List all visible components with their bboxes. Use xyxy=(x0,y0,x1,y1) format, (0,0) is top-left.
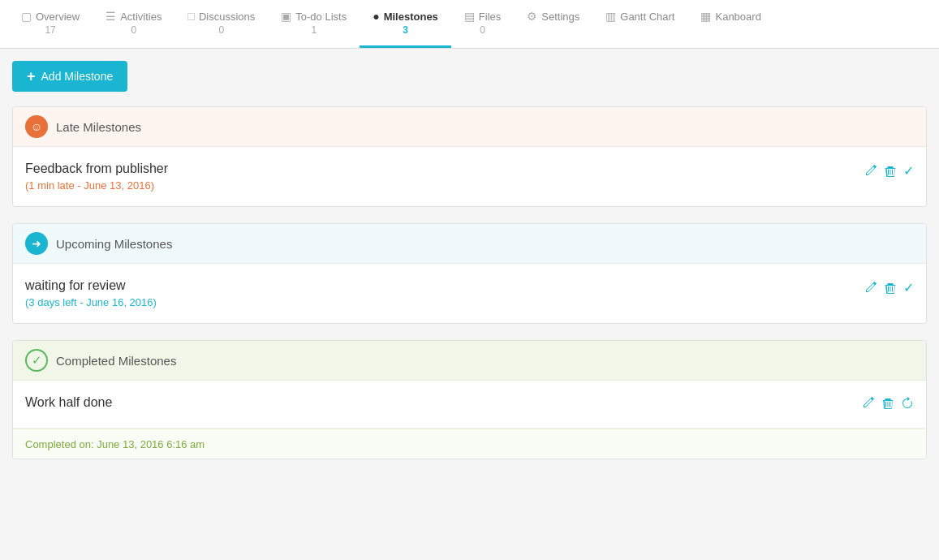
upcoming-section-title: Upcoming Milestones xyxy=(56,237,172,251)
delete-completed-milestone-button[interactable] xyxy=(881,397,894,410)
chat-icon: □ xyxy=(187,10,194,23)
late-milestones-section: ☺ Late Milestones Feedback from publishe… xyxy=(12,106,927,207)
todo-icon: ▣ xyxy=(281,10,291,23)
tab-files[interactable]: ▤ Files 0 xyxy=(451,0,514,48)
completed-milestone-actions xyxy=(862,395,914,410)
kanboard-icon: ▦ xyxy=(700,10,711,23)
reopen-completed-milestone-button[interactable] xyxy=(901,397,914,410)
tab-kanboard[interactable]: ▦ Kanboard xyxy=(687,0,773,48)
tab-settings[interactable]: ⚙ Settings xyxy=(514,0,592,48)
tab-discussions-label: Discussions xyxy=(199,11,255,23)
completed-milestone-title: Work half done xyxy=(25,395,862,410)
tab-overview-count: 17 xyxy=(45,24,55,36)
late-section-header: ☺ Late Milestones xyxy=(13,107,926,147)
late-section-title: Late Milestones xyxy=(56,120,141,134)
upcoming-milestone-info: waiting for review (3 days left - June 1… xyxy=(25,278,864,308)
tab-overview-label: Overview xyxy=(36,11,80,23)
edit-upcoming-milestone-button[interactable] xyxy=(864,282,877,295)
main-content: + Add Milestone ☺ Late Milestones Feedba… xyxy=(0,49,939,488)
late-milestone-item: Feedback from publisher (1 min late - Ju… xyxy=(13,147,926,206)
delete-upcoming-milestone-button[interactable] xyxy=(884,282,897,295)
add-milestone-button[interactable]: + Add Milestone xyxy=(12,61,127,92)
upcoming-milestone-title: waiting for review xyxy=(25,278,864,293)
tab-gantt-chart-label: Gantt Chart xyxy=(620,11,674,23)
upcoming-milestone-actions: ✓ xyxy=(864,278,914,295)
upcoming-icon: ➜ xyxy=(25,232,48,255)
tab-files-label: Files xyxy=(479,11,501,23)
completed-milestones-section: ✓ Completed Milestones Work half done Co… xyxy=(12,340,927,459)
activity-icon: ☰ xyxy=(106,10,116,23)
completed-section-title: Completed Milestones xyxy=(56,354,176,368)
late-icon: ☺ xyxy=(25,115,48,138)
tab-milestones-label: Milestones xyxy=(384,11,438,23)
completed-footer: Completed on: June 13, 2016 6:16 am xyxy=(13,429,926,459)
complete-late-milestone-button[interactable]: ✓ xyxy=(903,163,914,179)
tab-kanboard-label: Kanboard xyxy=(715,11,760,23)
tab-settings-label: Settings xyxy=(541,11,579,23)
tab-discussions-count: 0 xyxy=(219,24,225,36)
tab-overview[interactable]: ▢ Overview 17 xyxy=(8,0,93,48)
tab-gantt-chart[interactable]: ▥ Gantt Chart xyxy=(592,0,687,48)
monitor-icon: ▢ xyxy=(21,10,32,23)
late-milestone-title: Feedback from publisher xyxy=(25,162,864,176)
completed-date-label: Completed on: June 13, 2016 6:16 am xyxy=(25,438,205,450)
edit-completed-milestone-button[interactable] xyxy=(862,397,875,410)
upcoming-milestone-subtitle: (3 days left - June 16, 2016) xyxy=(25,296,864,308)
tab-activities-count: 0 xyxy=(131,24,136,36)
tab-todo-lists-label: To-do Lists xyxy=(295,11,347,23)
completed-icon: ✓ xyxy=(25,349,48,372)
tab-milestones[interactable]: ● Milestones 3 xyxy=(360,0,451,48)
edit-late-milestone-button[interactable] xyxy=(864,165,877,178)
add-milestone-label: Add Milestone xyxy=(41,70,114,83)
tab-milestones-count: 3 xyxy=(403,24,408,36)
tab-todo-lists-count: 1 xyxy=(311,24,317,36)
tab-files-count: 0 xyxy=(480,24,485,36)
milestone-icon: ● xyxy=(373,10,379,23)
gantt-icon: ▥ xyxy=(605,10,616,23)
complete-upcoming-milestone-button[interactable]: ✓ xyxy=(903,280,914,295)
upcoming-milestones-section: ➜ Upcoming Milestones waiting for review… xyxy=(12,223,927,324)
tab-activities[interactable]: ☰ Activities 0 xyxy=(93,0,174,48)
late-milestone-subtitle: (1 min late - June 13, 2016) xyxy=(25,179,864,192)
completed-milestone-item: Work half done xyxy=(13,381,926,429)
upcoming-milestone-item: waiting for review (3 days left - June 1… xyxy=(13,264,926,323)
completed-milestone-info: Work half done xyxy=(25,395,862,413)
nav-tabs: ▢ Overview 17 ☰ Activities 0 □ Discussio… xyxy=(0,0,939,49)
completed-section-header: ✓ Completed Milestones xyxy=(13,341,926,381)
tab-todo-lists[interactable]: ▣ To-do Lists 1 xyxy=(268,0,360,48)
delete-late-milestone-button[interactable] xyxy=(884,165,897,178)
plus-icon: + xyxy=(27,69,36,84)
late-milestone-info: Feedback from publisher (1 min late - Ju… xyxy=(25,162,864,192)
file-icon: ▤ xyxy=(464,10,475,23)
gear-icon: ⚙ xyxy=(527,10,537,23)
tab-discussions[interactable]: □ Discussions 0 xyxy=(174,0,268,48)
tab-activities-label: Activities xyxy=(120,11,162,23)
upcoming-section-header: ➜ Upcoming Milestones xyxy=(13,224,926,264)
late-milestone-actions: ✓ xyxy=(864,162,914,179)
